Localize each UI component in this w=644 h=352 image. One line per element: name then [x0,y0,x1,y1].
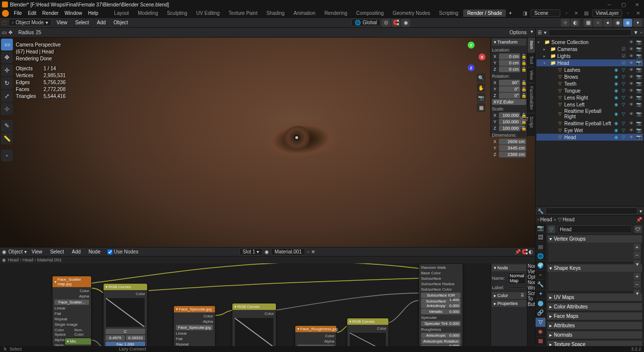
constraint-tab[interactable]: 🔗 [536,308,545,318]
node-rgb-curves[interactable]: ▾RGB Curves Color C 0.45750.28333 Fac 1.… [103,283,148,346]
mesh-data-icon[interactable]: ▽ [622,81,628,86]
properties-panel-header[interactable]: ▸ Properties [492,300,526,307]
hide-viewport-icon[interactable]: 👁 [629,53,635,58]
node-sidebar-tab-node[interactable]: Node [528,263,535,269]
particle-tab[interactable]: ✦ [536,290,545,299]
world-tab[interactable]: 🌍 [536,261,545,270]
remove-button[interactable]: − [634,251,641,258]
scale-x-input[interactable]: 100.000 [499,112,520,118]
scale-z-input[interactable]: 100.000 [499,125,520,131]
disable-render-icon[interactable]: 📷 [636,40,642,45]
expand-arrow[interactable]: ▾ [543,61,548,65]
new-viewlayer-button[interactable]: ▫ [624,9,632,17]
material-icon[interactable]: ◉ [614,81,620,86]
node-canvas[interactable]: ▾Face_Scatter map.jpg Color Alpha Face_S… [0,263,535,346]
disable-render-icon[interactable]: 📷 [636,53,642,58]
node-image-texture-roughness[interactable]: ▾Face_Roughness.jpg Color Alpha Face_Rou… [295,325,337,346]
hide-viewport-icon[interactable]: 👁 [629,81,635,86]
node-rgb-curves[interactable]: ▾RGB Curves Color [347,318,389,346]
outliner-item[interactable]: ▽Realtime Eyeball Left◉▽👁📷 [537,120,643,127]
sidebar-tab-facebuilder[interactable]: FaceBuilder [528,83,535,113]
expand-arrow[interactable]: ▸ [543,47,548,51]
material-icon[interactable]: ◉ [614,74,620,79]
interp-selector[interactable]: Linear [54,305,89,311]
hide-viewport-icon[interactable]: 👁 [629,121,635,126]
mesh-data-icon[interactable]: ▽ [622,135,628,140]
node-rgb-curves[interactable]: ▾RGB Curves Color C 0.49920.01042 Fac 1.… [232,303,276,346]
hide-viewport-icon[interactable]: 👁 [629,95,635,100]
outliner-item[interactable]: ▽Head◉▽👁📷 [537,134,643,141]
solid-shade-button[interactable]: ● [603,19,612,27]
mesh-data-tab[interactable]: ▽ [536,318,545,327]
outliner-search-input[interactable] [548,29,632,36]
outliner-item[interactable]: ▸📁Lights☑👁📷 [537,52,643,59]
outliner-item[interactable]: ▸📁Cameras☑👁📷 [537,46,643,52]
material-icon[interactable]: ◉ [614,111,620,116]
workspace-tab[interactable]: Texture Paint [224,9,261,17]
object-tab[interactable]: ▫ [536,270,545,280]
material-icon[interactable]: ◉ [614,102,620,107]
rotation-mode-selector[interactable]: XYZ Euler [492,99,526,105]
navigation-gizmo[interactable]: X Y Z [456,42,485,71]
workspace-tab[interactable]: Compositing [352,9,388,17]
mesh-data-icon[interactable]: ▽ [622,128,628,133]
workspace-tab[interactable]: Shading [263,9,289,17]
source-selector[interactable]: Single Image [54,322,89,327]
close-button[interactable]: ✕ [632,1,642,8]
hide-viewport-icon[interactable]: 👁 [629,60,635,65]
hide-viewport-icon[interactable]: 👁 [629,88,635,93]
scene-tab[interactable]: 🌐 [536,251,545,261]
workspace-tab[interactable]: Scripting [435,9,462,17]
node-label-input[interactable] [508,287,526,289]
disable-render-icon[interactable]: 📷 [636,128,642,133]
curve-widget[interactable] [234,317,274,346]
fac-slider[interactable]: Fac 1.000 [106,342,145,346]
outliner-item[interactable]: ▽Tongue◉▽👁📷 [537,87,643,94]
snap-button[interactable]: 🧲 [522,249,528,254]
matprev-shade-button[interactable]: ◉ [613,19,622,27]
material-icon[interactable]: ◉ [614,121,620,126]
scale-tool[interactable]: ⤢ [1,90,13,102]
disable-render-icon[interactable]: 📷 [636,121,642,126]
vertex-groups-list[interactable]: +−▾ [547,243,642,262]
disable-render-icon[interactable]: 📷 [636,95,642,100]
shape-keys-list[interactable]: +−▾ [547,272,642,292]
menu-select[interactable]: Select [72,19,92,26]
camera-icon[interactable]: 📷 [477,93,485,102]
disable-render-icon[interactable]: 📷 [636,60,642,65]
outliner-item[interactable]: ▽Brows◉▽👁📷 [537,73,643,80]
material-icon[interactable]: ◉ [614,128,620,133]
display-mode-icon[interactable]: ▾ [544,30,546,35]
outliner-item[interactable]: ▽Lens Right◉▽👁📷 [537,94,643,101]
mesh-data-icon[interactable]: ▽ [622,74,628,79]
menu-button[interactable]: ▾ [634,260,641,267]
proportional-button[interactable]: ◉ [401,19,410,27]
outliner-item[interactable]: ▽Teeth◉▽👁📷 [537,80,643,87]
pivot-button[interactable]: ⊙ [381,19,390,27]
wireframe-shade-button[interactable]: ○ [593,19,602,27]
remove-button[interactable]: − [634,281,641,288]
output-tab[interactable]: 🖼 [536,233,545,242]
options-dropdown[interactable]: Options [507,29,530,36]
hide-viewport-icon[interactable]: 👁 [629,47,635,51]
node-menu-view[interactable]: View [29,248,46,255]
node-name-input[interactable]: Normal Map [508,272,526,284]
hide-viewport-icon[interactable]: 👁 [629,135,635,140]
menu-file[interactable]: File [11,9,25,17]
sidebar-tab-tool[interactable]: Tool [528,53,535,68]
hide-viewport-icon[interactable]: 👁 [629,74,635,79]
texture-space-header[interactable]: ▸Texture Space [547,341,642,346]
material-icon[interactable]: ◉ [614,95,620,100]
scale-y-input[interactable]: 100.000 [499,119,520,125]
minimize-button[interactable]: ─ [604,1,614,8]
material-icon[interactable]: ◉ [614,67,620,72]
dim-x-input[interactable]: 2609 cm [499,139,526,145]
rot-y-input[interactable]: 0° [499,86,520,92]
texture-tab[interactable]: ▦ [536,337,545,346]
annotate-tool[interactable]: ✎ [1,120,13,132]
menu-button[interactable]: ▾ [634,290,641,297]
fake-user-button[interactable]: 🛡 [634,225,642,233]
rendered-shade-button[interactable]: ◉ [623,19,632,27]
hide-viewport-icon[interactable]: 👁 [629,102,635,107]
node-image-texture-scatter[interactable]: ▾Face_Scatter map.jpg Color Alpha Face_S… [52,276,92,346]
